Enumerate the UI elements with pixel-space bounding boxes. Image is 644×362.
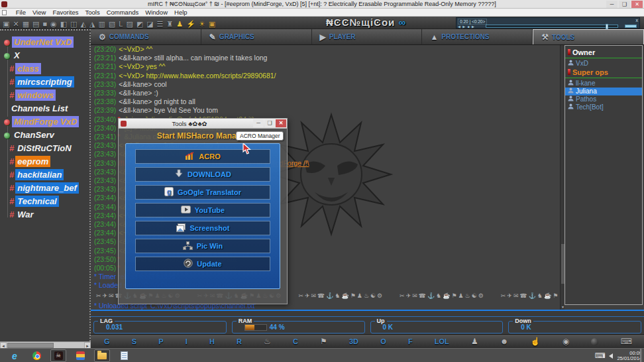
restore-button[interactable]: ❑: [619, 1, 630, 8]
sidebar-item-channels-list[interactable]: Channels List: [0, 102, 91, 115]
quick-command-i[interactable]: I: [186, 337, 188, 345]
dialog-maximize-button[interactable]: ❑: [264, 119, 275, 127]
pic-win-button[interactable]: Pic Win: [135, 239, 270, 253]
quick-command-3d[interactable]: 3D: [349, 337, 358, 345]
timestamp: (00:05): [94, 264, 116, 272]
tab-protections[interactable]: ▲PROTECTIONS: [422, 29, 533, 44]
dialog-minimize-button[interactable]: ─: [253, 119, 264, 127]
dancer-icon[interactable]: ♟: [471, 337, 478, 346]
update-button[interactable]: Update: [135, 257, 270, 271]
sidebar-item-hackitalian[interactable]: #hackitalian: [0, 168, 91, 182]
tooltip: ACRO Manager: [236, 131, 284, 141]
scroll-thumb[interactable]: [7, 343, 54, 348]
chat-vscrollbar[interactable]: ▼: [560, 45, 564, 310]
menu-item-tools[interactable]: Tools: [81, 9, 103, 17]
channel-hash: #: [9, 143, 14, 153]
timestamp: (23:40): [94, 124, 116, 132]
menu-item-favorites[interactable]: Favorites: [49, 9, 81, 17]
nick-pathos[interactable]: Pathos: [565, 95, 642, 103]
tab-label: TOOLS: [552, 34, 574, 41]
minimize-button[interactable]: ─: [606, 1, 617, 8]
sidebar-item-class[interactable]: #class: [0, 62, 91, 76]
taskbar-file-explorer-icon[interactable]: [94, 349, 110, 362]
bomb-icon[interactable]: [591, 338, 598, 345]
player-close-icon[interactable]: x: [636, 18, 639, 23]
flag-icon[interactable]: ⚑: [320, 337, 327, 346]
player-volume-bar[interactable]: [625, 25, 637, 28]
menu-item-help[interactable]: Help: [171, 9, 191, 17]
badge-icon[interactable]: ◉: [563, 337, 569, 346]
nick-juliana[interactable]: Juliana: [565, 88, 642, 95]
menu-item-view[interactable]: View: [29, 9, 49, 17]
youtube-button[interactable]: YouTube: [135, 203, 270, 217]
tab-graphics[interactable]: ✎GRAPHICS: [201, 29, 312, 44]
mini-player[interactable]: 0:20 | <0:20> x ◀ ▶ ■ ▶: [456, 17, 640, 29]
speaker-icon[interactable]: [609, 353, 613, 359]
sidebar-item-technical[interactable]: #Technical: [0, 195, 91, 208]
channel-hash: #: [9, 77, 14, 87]
status-group-lag: LAG0.031: [93, 321, 227, 333]
tab-tools[interactable]: ⚒TOOLS: [533, 29, 644, 44]
taskbar-archive-app-icon[interactable]: [72, 349, 88, 362]
sidebar-item-distruction[interactable]: #DiStRuCTioN: [0, 142, 91, 155]
nick-ll-kane[interactable]: ll-kane: [565, 80, 642, 88]
chat-line: (23:33)<&ll-kane> :): [94, 89, 560, 97]
tab-commands[interactable]: ⚙COMMANDS: [91, 29, 201, 44]
menu-item-window[interactable]: Window: [142, 9, 171, 17]
timestamp: (23:21): [94, 72, 116, 80]
screenshot-button[interactable]: Screenshot: [135, 221, 270, 235]
dialog-title: Tools ♣✿♣✿: [119, 119, 260, 129]
keyboard-icon[interactable]: ⌨: [620, 337, 631, 346]
quick-command-g[interactable]: G: [104, 337, 110, 345]
sidebar-item-chanserv[interactable]: ChanServ: [0, 129, 91, 142]
taskbar-mirc-skull-icon[interactable]: ☠: [50, 349, 66, 362]
quick-command-c[interactable]: C: [293, 337, 298, 345]
editbox-tool-icons[interactable]: ✂✈✉☎⚓♞☕⚑♟♨☯⚙: [298, 292, 384, 299]
menu-item-file[interactable]: File: [13, 9, 29, 17]
taskbar-internet-explorer-icon[interactable]: e: [7, 349, 23, 362]
editbox-tool-icons[interactable]: ✂✈✉☎⚓♞☕⚑♟♨☯⚙: [400, 292, 485, 299]
show-desktop-button[interactable]: [640, 349, 642, 362]
hand-icon[interactable]: ☝: [531, 337, 541, 346]
google-translator-button[interactable]: gGoOgle Translator: [135, 185, 270, 200]
quick-command-f[interactable]: F: [408, 337, 413, 345]
smiley-icon[interactable]: ☻: [500, 337, 509, 346]
sidebar-item-eeprom[interactable]: #eeprom: [0, 155, 91, 168]
dialog-close-button[interactable]: ✕: [276, 119, 286, 127]
sidebar-item-x[interactable]: X: [0, 49, 91, 62]
quick-command-lol[interactable]: LOL: [435, 337, 449, 345]
editbox-tool-icons[interactable]: ✂✈✉☎⚓♞☕⚑♟♨☯⚙: [501, 292, 560, 299]
sidebar-item-mircscripting[interactable]: #mircscripting: [0, 76, 91, 89]
message-input[interactable]: [91, 311, 644, 316]
quick-command-o[interactable]: O: [380, 337, 386, 345]
status-value: 0 K: [383, 322, 394, 333]
status-value: 44 %: [244, 322, 285, 333]
nick-vxd[interactable]: VxD: [565, 60, 642, 68]
player-progress-bar[interactable]: [486, 25, 618, 28]
taskbar-clock[interactable]: 00:0925/01/2014: [617, 351, 642, 361]
close-button[interactable]: ✕: [631, 1, 643, 8]
nick-tech-bot[interactable]: Tech[Bot]: [565, 103, 642, 111]
player-progress-handle[interactable]: [606, 24, 608, 29]
taskbar-notepad-icon[interactable]: [116, 349, 132, 362]
download-button[interactable]: DOWNLOAD: [135, 167, 270, 182]
switchbar-hscrollbar[interactable]: ◂ ▸: [0, 341, 91, 348]
sidebar-item-nightmare-bef[interactable]: #nightmare_bef: [0, 182, 91, 195]
taskbar-chrome-icon[interactable]: [28, 349, 44, 362]
tab-player[interactable]: ▶PLAYER: [312, 29, 423, 44]
quick-command-h[interactable]: H: [209, 337, 215, 345]
quick-command-s[interactable]: S: [132, 337, 136, 345]
chrome-glyph: [32, 351, 41, 360]
tree-label: DiStRuCTioN: [15, 143, 73, 154]
sidebar-item-mindforge-vxd[interactable]: MindForge VxD: [0, 115, 91, 129]
quick-command-p[interactable]: P: [158, 337, 163, 345]
sidebar-item-war[interactable]: #War: [0, 208, 91, 221]
quick-command-r[interactable]: R: [237, 337, 242, 345]
flame-icon[interactable]: ♨: [264, 337, 271, 346]
scroll-down-icon[interactable]: ▼: [561, 304, 565, 310]
sidebar-item-undernet-vxd[interactable]: UnderNet VxD: [0, 36, 91, 49]
menu-item-commands[interactable]: Commands: [103, 9, 142, 17]
menubar: FileViewFavoritesToolsCommandsWindowHelp: [0, 9, 644, 17]
player-transport-controls[interactable]: ◀ ▶ ■ ▶: [458, 25, 475, 29]
sidebar-item-windows[interactable]: #windows: [0, 89, 91, 102]
